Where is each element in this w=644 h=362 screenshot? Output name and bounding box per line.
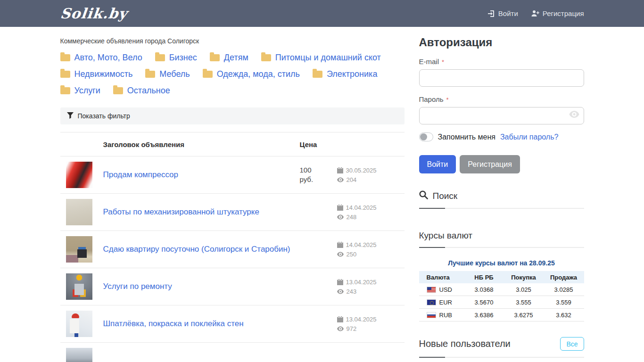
search-section-title: Поиск — [433, 191, 458, 201]
currency-widget-title: Лучшие курсы валют на 28.09.25 — [419, 259, 584, 267]
ad-date: 14.04.2025 — [337, 204, 405, 211]
listing-row: Услуги по ремонту 13.04.2025 243 — [60, 268, 405, 305]
usa-flag-icon — [427, 287, 436, 293]
calendar-icon — [337, 205, 343, 211]
folder-icon — [203, 71, 213, 78]
folder-icon — [210, 54, 220, 61]
required-asterisk: * — [442, 58, 444, 66]
user-plus-icon — [531, 10, 539, 17]
email-label: E-mail* — [419, 58, 584, 66]
column-title-header: Заголовок объявления — [103, 140, 300, 148]
ad-thumbnail-compressor[interactable] — [66, 162, 92, 188]
category-link-furniture[interactable]: Мебель — [145, 66, 190, 82]
ad-title-link[interactable]: Работы по механизированной штукатурке — [103, 207, 259, 216]
category-list: Авто, Мото, ВелоБизнесДетямПитомцы и дом… — [60, 49, 405, 99]
category-link-business[interactable]: Бизнес — [155, 49, 197, 66]
eye-icon — [337, 214, 344, 220]
login-button[interactable]: Войти — [419, 155, 456, 173]
register-button[interactable]: Регистрация — [460, 155, 520, 173]
ad-thumbnail-plaster[interactable] — [66, 199, 92, 225]
ad-date: 14.04.2025 — [337, 241, 405, 248]
all-users-button[interactable]: Все — [560, 337, 584, 351]
column-price-header: Цена — [300, 140, 337, 148]
category-link-services[interactable]: Услуги — [60, 82, 100, 99]
category-link-pets[interactable]: Питомцы и домашний скот — [261, 49, 381, 66]
folder-icon — [145, 71, 155, 78]
folder-icon — [313, 71, 322, 78]
show-filter-button[interactable]: Показать фильтр — [60, 107, 405, 124]
remember-me-toggle[interactable] — [419, 132, 433, 141]
ad-date: 30.05.2025 — [337, 167, 405, 174]
category-link-auto[interactable]: Авто, Мото, Вело — [60, 49, 142, 66]
folder-icon — [261, 54, 271, 61]
listing-row — [60, 343, 405, 362]
auth-title: Авторизация — [419, 36, 584, 49]
ad-title-link[interactable]: Сдаю квартиру посуточно (Солигорск и Ста… — [103, 245, 290, 254]
eye-icon — [337, 289, 344, 294]
ad-views: 250 — [337, 251, 405, 258]
calendar-icon — [337, 279, 343, 285]
sign-in-icon — [487, 10, 495, 17]
ad-views: 204 — [337, 176, 405, 183]
password-label: Пароль* — [419, 95, 584, 103]
ad-title-link[interactable]: Услуги по ремонту — [103, 282, 172, 291]
currency-rates-widget: Лучшие курсы валют на 28.09.25 Валюта НБ… — [419, 259, 584, 321]
category-link-other[interactable]: Остальное — [113, 82, 170, 99]
forgot-password-link[interactable]: Забыли пароль? — [500, 133, 559, 141]
ad-date: 13.04.2025 — [337, 316, 405, 323]
listing-row: Работы по механизированной штукатурке 14… — [60, 194, 405, 231]
page-subtitle: Коммерческие объявления города Солигорск — [60, 37, 405, 45]
toggle-password-visibility-icon[interactable] — [569, 111, 579, 120]
eye-icon — [337, 177, 344, 182]
russia-flag-icon — [427, 312, 436, 318]
eu-flag-icon — [427, 299, 436, 305]
listing-row: Шпатлёвка, покраска и поклейка стен 13.0… — [60, 305, 405, 343]
eye-icon — [337, 326, 344, 331]
ad-views: 972 — [337, 325, 405, 332]
folder-icon — [155, 54, 165, 61]
category-link-clothes[interactable]: Одежда, мода, стиль — [203, 66, 300, 82]
magnifier-icon — [419, 190, 428, 202]
category-link-realty[interactable]: Недвижимость — [60, 66, 133, 82]
main-column: Коммерческие объявления города Солигорск… — [60, 27, 405, 362]
eye-icon — [337, 252, 344, 257]
folder-icon — [60, 71, 70, 78]
login-link[interactable]: Войти — [487, 9, 518, 17]
topbar: Solik.by Войти Регистрация — [0, 0, 644, 27]
folder-icon — [60, 87, 70, 94]
folder-icon — [113, 87, 123, 94]
new-users-title: Новые пользователи — [419, 338, 511, 349]
ad-thumbnail-house[interactable] — [66, 348, 92, 362]
calendar-icon — [337, 316, 343, 322]
section-divider — [419, 357, 584, 358]
section-divider — [419, 247, 584, 248]
calendar-icon — [337, 242, 343, 248]
top-navigation: Войти Регистрация — [487, 9, 584, 17]
ad-title-link[interactable]: Шпатлёвка, покраска и поклейка стен — [103, 319, 244, 328]
required-asterisk: * — [446, 95, 449, 103]
currency-section-title: Курсы валют — [419, 230, 472, 241]
ad-views: 248 — [337, 214, 405, 221]
funnel-icon — [67, 112, 74, 120]
listing-row: Сдаю квартиру посуточно (Солигорск и Ста… — [60, 231, 405, 268]
ad-thumbnail-apartment[interactable] — [66, 236, 92, 263]
listing-row: Продам компрессор 100руб. 30.05.2025 204 — [60, 156, 405, 194]
sidebar: Авторизация E-mail* Пароль* Запомнить ме… — [419, 27, 584, 358]
ad-thumbnail-repair[interactable] — [66, 273, 92, 300]
remember-me-label: Запомнить меня — [438, 133, 495, 141]
calendar-icon — [337, 167, 343, 173]
folder-icon — [60, 54, 70, 61]
email-field[interactable] — [419, 69, 584, 87]
category-link-kids[interactable]: Детям — [210, 49, 248, 66]
password-field[interactable] — [419, 107, 584, 124]
site-logo[interactable]: Solik.by — [59, 5, 128, 22]
ad-thumbnail-painting[interactable] — [66, 311, 92, 337]
ad-price: 100руб. — [300, 165, 337, 184]
ad-views: 243 — [337, 288, 405, 295]
category-link-electronics[interactable]: Электроника — [313, 66, 377, 82]
listing-header-row: Заголовок объявления Цена — [60, 132, 405, 156]
ad-title-link[interactable]: Продам компрессор — [103, 170, 179, 179]
section-divider — [419, 208, 584, 209]
register-link[interactable]: Регистрация — [531, 9, 584, 17]
ad-date: 13.04.2025 — [337, 279, 405, 286]
